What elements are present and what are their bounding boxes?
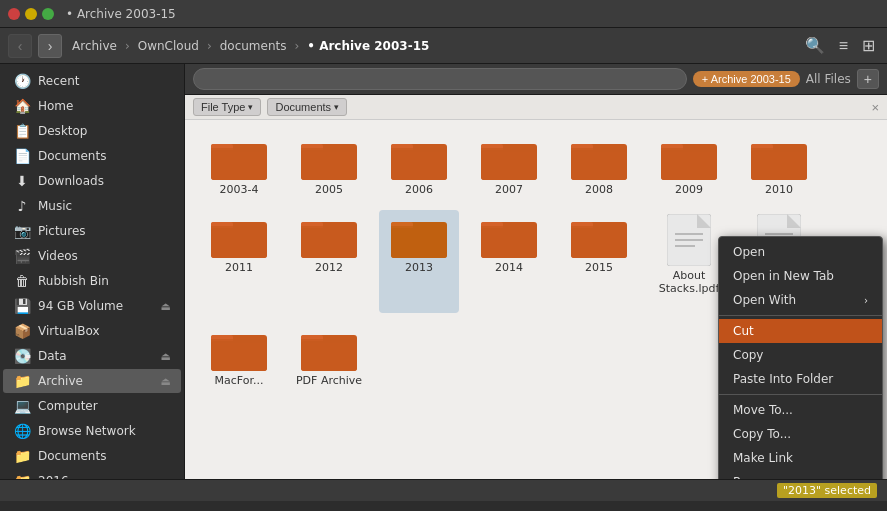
tag-filter-button[interactable]: + Archive 2003-15	[693, 71, 800, 87]
sidebar-item-virtualbox[interactable]: 📦 VirtualBox	[3, 319, 181, 343]
sidebar-item-computer[interactable]: 💻 Computer	[3, 394, 181, 418]
sidebar-item-rubbish[interactable]: 🗑 Rubbish Bin	[3, 269, 181, 293]
svg-rect-28	[661, 150, 717, 180]
sidebar-label-computer: Computer	[38, 399, 98, 413]
ctx-separator-after-openWith	[719, 315, 882, 316]
sidebar-item-recent[interactable]: 🕐 Recent	[3, 69, 181, 93]
breadcrumb-archive[interactable]: Archive	[68, 37, 121, 55]
add-filter-button[interactable]: +	[857, 69, 879, 89]
file-item-f2005[interactable]: 2005	[289, 132, 369, 200]
sidebar-item-desktop[interactable]: 📋 Desktop	[3, 119, 181, 143]
folder-icon-f2015	[571, 214, 627, 258]
folder-icon-f2008	[571, 136, 627, 180]
minimize-button[interactable]	[25, 8, 37, 20]
breadcrumb-documents[interactable]: documents	[216, 37, 291, 55]
ctx-item-open[interactable]: Open	[719, 240, 882, 264]
file-item-f2011[interactable]: 2011	[199, 210, 279, 313]
folder-icon-f2014	[481, 214, 537, 258]
desktop-icon: 📋	[13, 123, 31, 139]
svg-rect-23	[571, 150, 627, 180]
title-bar: • Archive 2003-15	[0, 0, 887, 28]
ctx-separator-after-pasteIntoFolder	[719, 394, 882, 395]
list-view-button[interactable]: ≡	[835, 35, 852, 57]
file-item-fstacks[interactable]: About Stacks.lpdf	[649, 210, 729, 313]
sidebar-item-archive[interactable]: 📁 Archive ⏏	[3, 369, 181, 393]
svg-rect-3	[211, 150, 267, 180]
ctx-item-moveTo[interactable]: Move To...	[719, 398, 882, 422]
sidebar-item-home[interactable]: 🏠 Home	[3, 94, 181, 118]
file-item-f2013[interactable]: 2013	[379, 210, 459, 313]
submenu-arrow-openWith: ›	[864, 295, 868, 306]
eject-icon-data[interactable]: ⏏	[161, 350, 171, 363]
sidebar-label-recent: Recent	[38, 74, 79, 88]
folder-icon-f2013	[391, 214, 447, 258]
sidebar-item-network[interactable]: 🌐 Browse Network	[3, 419, 181, 443]
search-button[interactable]: 🔍	[801, 34, 829, 57]
eject-icon-volume94[interactable]: ⏏	[161, 300, 171, 313]
sidebar-item-documents[interactable]: 📄 Documents	[3, 144, 181, 168]
file-item-fmacfor[interactable]: MacFor...	[199, 323, 279, 391]
file-item-f2012[interactable]: 2012	[289, 210, 369, 313]
ctx-item-cut[interactable]: Cut	[719, 319, 882, 343]
rubbish-icon: 🗑	[13, 273, 31, 289]
sidebar-label-rubbish: Rubbish Bin	[38, 274, 109, 288]
ctx-item-openWith[interactable]: Open With ›	[719, 288, 882, 312]
file-label-f2013: 2013	[405, 261, 433, 274]
svg-rect-74	[211, 339, 267, 343]
sidebar-item-videos[interactable]: 🎬 Videos	[3, 244, 181, 268]
svg-rect-54	[481, 226, 537, 230]
file-item-f2014[interactable]: 2014	[469, 210, 549, 313]
ctx-item-makeLink[interactable]: Make Link	[719, 446, 882, 470]
documents-filter[interactable]: Documents ▾	[267, 98, 347, 116]
sidebar-item-downloads[interactable]: ⬇ Downloads	[3, 169, 181, 193]
sidebar-item-y2016[interactable]: 📁 2016	[3, 469, 181, 479]
ctx-item-copyTo[interactable]: Copy To...	[719, 422, 882, 446]
documents2-icon: 📁	[13, 448, 31, 464]
breadcrumb-current[interactable]: • Archive 2003-15	[303, 37, 433, 55]
svg-rect-79	[301, 339, 357, 343]
breadcrumb-owncloud[interactable]: OwnCloud	[134, 37, 203, 55]
svg-rect-34	[751, 148, 807, 152]
eject-icon-archive[interactable]: ⏏	[161, 375, 171, 388]
close-button[interactable]	[8, 8, 20, 20]
sidebar-label-volume94: 94 GB Volume	[38, 299, 123, 313]
context-menu: Open Open in New Tab Open With › Cut Cop…	[718, 236, 883, 479]
svg-rect-44	[301, 226, 357, 230]
sidebar-item-music[interactable]: ♪ Music	[3, 194, 181, 218]
filter-close-button[interactable]: ×	[871, 100, 879, 115]
file-item-f2009[interactable]: 2009	[649, 132, 729, 200]
pictures-icon: 📷	[13, 223, 31, 239]
svg-rect-73	[211, 341, 267, 371]
file-item-f2015[interactable]: 2015	[559, 210, 639, 313]
file-item-f2006[interactable]: 2006	[379, 132, 459, 200]
sidebar-item-pictures[interactable]: 📷 Pictures	[3, 219, 181, 243]
search-input-wrap	[193, 68, 687, 90]
sidebar-item-volume94[interactable]: 💾 94 GB Volume ⏏	[3, 294, 181, 318]
ctx-item-pasteIntoFolder[interactable]: Paste Into Folder	[719, 367, 882, 391]
data-icon: 💽	[13, 348, 31, 364]
sidebar-label-downloads: Downloads	[38, 174, 104, 188]
file-item-fpdf[interactable]: PDF Archive	[289, 323, 369, 391]
sidebar-item-data[interactable]: 💽 Data ⏏	[3, 344, 181, 368]
search-input[interactable]	[193, 68, 687, 90]
file-item-f2003[interactable]: 2003-4	[199, 132, 279, 200]
folder-icon-f2009	[661, 136, 717, 180]
ctx-item-rename[interactable]: Rename...	[719, 470, 882, 479]
grid-view-button[interactable]: ⊞	[858, 34, 879, 57]
sidebar-item-documents2[interactable]: 📁 Documents	[3, 444, 181, 468]
ctx-item-openNewTab[interactable]: Open in New Tab	[719, 264, 882, 288]
svg-rect-18	[481, 150, 537, 180]
file-label-fstacks: About Stacks.lpdf	[653, 269, 725, 295]
file-item-f2008[interactable]: 2008	[559, 132, 639, 200]
file-type-filter[interactable]: File Type ▾	[193, 98, 261, 116]
forward-button[interactable]: ›	[38, 34, 62, 58]
folder-icon-f2012	[301, 214, 357, 258]
ctx-label-moveTo: Move To...	[733, 403, 793, 417]
back-button[interactable]: ‹	[8, 34, 32, 58]
file-item-f2010[interactable]: 2010	[739, 132, 819, 200]
maximize-button[interactable]	[42, 8, 54, 20]
ctx-item-copy[interactable]: Copy	[719, 343, 882, 367]
main-layout: 🕐 Recent 🏠 Home 📋 Desktop 📄 Documents ⬇ …	[0, 64, 887, 479]
svg-rect-78	[301, 341, 357, 371]
file-item-f2007[interactable]: 2007	[469, 132, 549, 200]
